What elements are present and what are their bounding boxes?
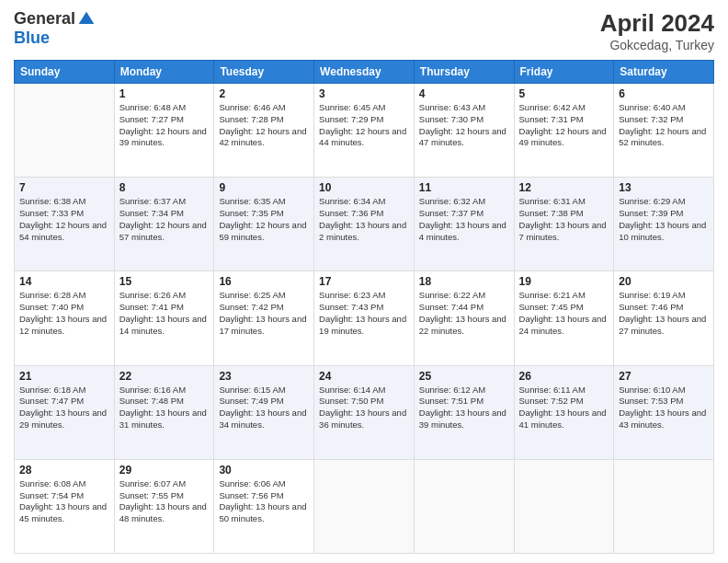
day-number: 2 <box>219 87 309 100</box>
table-row: 11Sunrise: 6:32 AMSunset: 7:37 PMDayligh… <box>414 178 514 271</box>
table-row: 23Sunrise: 6:15 AMSunset: 7:49 PMDayligh… <box>214 365 314 459</box>
day-number: 14 <box>19 275 109 288</box>
table-row <box>614 459 714 553</box>
col-saturday: Saturday <box>614 61 714 84</box>
day-info: Sunrise: 6:22 AMSunset: 7:44 PMDaylight:… <box>419 290 509 337</box>
day-number: 26 <box>519 370 609 383</box>
day-number: 15 <box>119 275 210 288</box>
day-number: 19 <box>519 275 609 288</box>
day-number: 4 <box>419 87 509 100</box>
table-row: 18Sunrise: 6:22 AMSunset: 7:44 PMDayligh… <box>414 271 514 365</box>
table-row: 25Sunrise: 6:12 AMSunset: 7:51 PMDayligh… <box>414 365 514 459</box>
day-info: Sunrise: 6:14 AMSunset: 7:50 PMDaylight:… <box>319 385 409 431</box>
table-row: 9Sunrise: 6:35 AMSunset: 7:35 PMDaylight… <box>214 178 314 271</box>
day-info: Sunrise: 6:37 AMSunset: 7:34 PMDaylight:… <box>119 196 210 243</box>
day-info: Sunrise: 6:46 AMSunset: 7:28 PMDaylight:… <box>219 102 309 149</box>
table-row: 24Sunrise: 6:14 AMSunset: 7:50 PMDayligh… <box>314 365 415 459</box>
svg-marker-0 <box>79 11 95 23</box>
day-number: 28 <box>19 464 109 477</box>
day-number: 17 <box>319 275 409 288</box>
day-info: Sunrise: 6:07 AMSunset: 7:55 PMDaylight:… <box>119 478 210 525</box>
table-row: 4Sunrise: 6:43 AMSunset: 7:30 PMDaylight… <box>414 84 514 178</box>
day-info: Sunrise: 6:45 AMSunset: 7:29 PMDaylight:… <box>319 102 409 149</box>
day-info: Sunrise: 6:18 AMSunset: 7:47 PMDaylight:… <box>19 385 109 431</box>
day-number: 1 <box>119 87 210 100</box>
table-row: 17Sunrise: 6:23 AMSunset: 7:43 PMDayligh… <box>314 271 415 365</box>
table-row: 14Sunrise: 6:28 AMSunset: 7:40 PMDayligh… <box>15 271 115 365</box>
day-info: Sunrise: 6:10 AMSunset: 7:53 PMDaylight:… <box>619 385 709 431</box>
day-info: Sunrise: 6:35 AMSunset: 7:35 PMDaylight:… <box>219 196 309 243</box>
header: General Blue April 2024 Gokcedag, Turkey <box>14 9 714 52</box>
day-number: 24 <box>319 370 409 383</box>
table-row: 29Sunrise: 6:07 AMSunset: 7:55 PMDayligh… <box>114 459 214 553</box>
day-number: 27 <box>619 370 709 383</box>
col-sunday: Sunday <box>15 61 115 84</box>
day-number: 5 <box>519 87 609 100</box>
day-number: 22 <box>119 370 210 383</box>
day-number: 16 <box>219 275 309 288</box>
day-number: 8 <box>119 181 210 194</box>
table-row: 6Sunrise: 6:40 AMSunset: 7:32 PMDaylight… <box>614 84 714 178</box>
table-row: 30Sunrise: 6:06 AMSunset: 7:56 PMDayligh… <box>214 459 314 553</box>
day-info: Sunrise: 6:25 AMSunset: 7:42 PMDaylight:… <box>219 290 309 337</box>
table-row <box>15 84 115 178</box>
calendar-table: Sunday Monday Tuesday Wednesday Thursday… <box>14 60 714 554</box>
logo: General Blue <box>14 9 96 48</box>
table-row: 7Sunrise: 6:38 AMSunset: 7:33 PMDaylight… <box>15 178 115 271</box>
day-info: Sunrise: 6:40 AMSunset: 7:32 PMDaylight:… <box>619 102 709 149</box>
table-row: 27Sunrise: 6:10 AMSunset: 7:53 PMDayligh… <box>614 365 714 459</box>
calendar-week-row: 1Sunrise: 6:48 AMSunset: 7:27 PMDaylight… <box>15 84 714 178</box>
day-number: 12 <box>519 181 609 194</box>
table-row: 26Sunrise: 6:11 AMSunset: 7:52 PMDayligh… <box>514 365 614 459</box>
table-row: 28Sunrise: 6:08 AMSunset: 7:54 PMDayligh… <box>15 459 115 553</box>
table-row: 19Sunrise: 6:21 AMSunset: 7:45 PMDayligh… <box>514 271 614 365</box>
table-row: 13Sunrise: 6:29 AMSunset: 7:39 PMDayligh… <box>614 178 714 271</box>
day-info: Sunrise: 6:19 AMSunset: 7:46 PMDaylight:… <box>619 290 709 337</box>
day-number: 20 <box>619 275 709 288</box>
calendar-week-row: 28Sunrise: 6:08 AMSunset: 7:54 PMDayligh… <box>15 459 714 553</box>
table-row: 1Sunrise: 6:48 AMSunset: 7:27 PMDaylight… <box>114 84 214 178</box>
table-row: 16Sunrise: 6:25 AMSunset: 7:42 PMDayligh… <box>214 271 314 365</box>
logo-blue-text: Blue <box>14 29 50 48</box>
day-info: Sunrise: 6:32 AMSunset: 7:37 PMDaylight:… <box>419 196 509 243</box>
day-info: Sunrise: 6:29 AMSunset: 7:39 PMDaylight:… <box>619 196 709 243</box>
col-monday: Monday <box>114 61 214 84</box>
day-info: Sunrise: 6:48 AMSunset: 7:27 PMDaylight:… <box>119 102 210 149</box>
logo-icon <box>77 10 96 29</box>
day-number: 21 <box>19 370 109 383</box>
day-number: 9 <box>219 181 309 194</box>
col-wednesday: Wednesday <box>314 61 415 84</box>
calendar-week-row: 14Sunrise: 6:28 AMSunset: 7:40 PMDayligh… <box>15 271 714 365</box>
day-info: Sunrise: 6:28 AMSunset: 7:40 PMDaylight:… <box>19 290 109 337</box>
day-number: 25 <box>419 370 509 383</box>
col-tuesday: Tuesday <box>214 61 314 84</box>
table-row: 5Sunrise: 6:42 AMSunset: 7:31 PMDaylight… <box>514 84 614 178</box>
col-thursday: Thursday <box>414 61 514 84</box>
main-title: April 2024 <box>600 9 714 38</box>
day-number: 10 <box>319 181 409 194</box>
day-info: Sunrise: 6:15 AMSunset: 7:49 PMDaylight:… <box>219 385 309 431</box>
day-number: 18 <box>419 275 509 288</box>
day-info: Sunrise: 6:12 AMSunset: 7:51 PMDaylight:… <box>419 385 509 431</box>
calendar-week-row: 7Sunrise: 6:38 AMSunset: 7:33 PMDaylight… <box>15 178 714 271</box>
day-info: Sunrise: 6:16 AMSunset: 7:48 PMDaylight:… <box>119 385 210 431</box>
day-info: Sunrise: 6:23 AMSunset: 7:43 PMDaylight:… <box>319 290 409 337</box>
day-number: 7 <box>19 181 109 194</box>
day-info: Sunrise: 6:31 AMSunset: 7:38 PMDaylight:… <box>519 196 609 243</box>
day-number: 11 <box>419 181 509 194</box>
table-row: 21Sunrise: 6:18 AMSunset: 7:47 PMDayligh… <box>15 365 115 459</box>
day-info: Sunrise: 6:34 AMSunset: 7:36 PMDaylight:… <box>319 196 409 243</box>
calendar-week-row: 21Sunrise: 6:18 AMSunset: 7:47 PMDayligh… <box>15 365 714 459</box>
table-row: 8Sunrise: 6:37 AMSunset: 7:34 PMDaylight… <box>114 178 214 271</box>
day-info: Sunrise: 6:26 AMSunset: 7:41 PMDaylight:… <box>119 290 210 337</box>
day-number: 23 <box>219 370 309 383</box>
page: General Blue April 2024 Gokcedag, Turkey… <box>0 0 728 563</box>
table-row: 3Sunrise: 6:45 AMSunset: 7:29 PMDaylight… <box>314 84 415 178</box>
day-number: 6 <box>619 87 709 100</box>
table-row <box>514 459 614 553</box>
day-info: Sunrise: 6:43 AMSunset: 7:30 PMDaylight:… <box>419 102 509 149</box>
table-row <box>314 459 415 553</box>
table-row: 12Sunrise: 6:31 AMSunset: 7:38 PMDayligh… <box>514 178 614 271</box>
table-row: 15Sunrise: 6:26 AMSunset: 7:41 PMDayligh… <box>114 271 214 365</box>
calendar-header-row: Sunday Monday Tuesday Wednesday Thursday… <box>15 61 714 84</box>
